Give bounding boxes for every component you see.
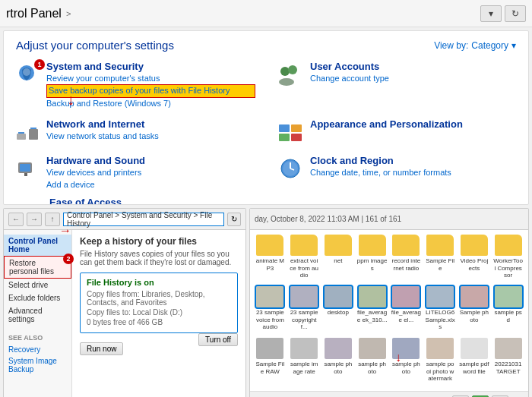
list-item[interactable]: Video Projects (459, 235, 490, 283)
fh-main: Keep a history of your files File Histor… (72, 230, 245, 397)
list-item[interactable]: extract voice from audio (289, 235, 320, 283)
fh-sidebar-exclude[interactable]: Exclude folders (4, 291, 71, 304)
list-item[interactable]: ppm images (356, 235, 388, 283)
folder-icon (495, 235, 522, 256)
list-item[interactable]: net (323, 235, 354, 283)
svg-point-1 (23, 68, 30, 76)
fh-back-btn[interactable]: ← (8, 213, 24, 226)
ease-access-heading[interactable]: Ease of Access (49, 197, 122, 205)
fh-address-bar[interactable]: Control Panel > System and Security > Fi… (63, 213, 224, 226)
file-history-panel: ← → ↑ Control Panel > System and Securit… (3, 208, 246, 397)
file-label: Video Projects (459, 257, 489, 272)
list-item[interactable]: Sample File RAW (255, 338, 286, 386)
list-item[interactable]: 23 sample copyright f... (289, 286, 320, 335)
image-icon (325, 338, 352, 359)
cp-item-user-accounts: User Accounts Change account type (274, 58, 522, 112)
file-label: WorkerTool Compressor (493, 257, 524, 279)
list-item[interactable]: sample image rate (289, 338, 320, 386)
fh-recovery-link[interactable]: Recovery (4, 344, 71, 355)
fh-see-also-label: See also (4, 332, 71, 344)
viewby-chevron[interactable]: ▾ (511, 40, 516, 51)
list-item[interactable]: sample photo (391, 338, 422, 386)
list-item[interactable]: file_average ek_310... (356, 286, 388, 335)
file-label: sample photo (391, 361, 421, 375)
fh-turnoff-btn[interactable]: Turn off (198, 333, 238, 346)
fh-system-image-link[interactable]: System Image Backup (4, 355, 71, 375)
svg-point-2 (280, 67, 290, 76)
image-icon (359, 286, 386, 307)
viewby-value[interactable]: Category (471, 40, 508, 51)
file-label: sample photo (357, 361, 388, 375)
list-item[interactable]: sample pdf word file (459, 338, 490, 386)
file-label: desktop (328, 309, 349, 317)
clock-link-0[interactable]: Change date, time, or number formats (310, 167, 519, 178)
svg-rect-7 (18, 132, 24, 134)
clock-text: Clock and Region Change date, time, or n… (310, 155, 519, 178)
list-item[interactable]: LITELOG6 Sample.xlxs (425, 286, 456, 335)
fh-sidebar-drives[interactable]: Select drive (4, 279, 71, 291)
fh-status-on: File History is on (87, 278, 231, 287)
file-label: sample psd (493, 309, 524, 323)
list-item[interactable]: file_average el... (391, 286, 422, 335)
fh-sidebar-restore[interactable]: Restore personal files 2 (4, 256, 71, 279)
fh-sidebar-home[interactable]: Control Panel Home (4, 235, 71, 256)
list-item[interactable]: Sample File (425, 235, 456, 283)
list-item[interactable]: 20221031 TARGET (492, 338, 524, 386)
system-security-heading[interactable]: System and Security (46, 61, 255, 72)
cp-item-hardware: Hardware and Sound View devices and prin… (10, 152, 258, 194)
list-item[interactable]: animate MP3 (255, 235, 286, 283)
fh-sidebar-advanced[interactable]: Advanced settings (4, 304, 71, 326)
hardware-link-1[interactable]: Add a device (46, 179, 255, 191)
image-icon (290, 338, 318, 359)
file-label: record internet radio (391, 257, 421, 272)
appearance-heading[interactable]: Appearance and Personalization (310, 118, 519, 130)
fh-run-btn[interactable]: Run now (80, 342, 123, 355)
svg-rect-14 (20, 164, 30, 172)
clock-heading[interactable]: Clock and Region (310, 155, 519, 166)
file-label: sample photo (323, 361, 353, 375)
system-security-link-1[interactable]: Save backup copies of your files with Fi… (46, 84, 255, 97)
list-item[interactable]: 23 sample voice from audio (255, 286, 286, 335)
fh-refresh-btn[interactable]: ↻ (227, 213, 241, 226)
system-security-link-0[interactable]: Review your computer's status (46, 73, 255, 84)
list-item[interactable]: Sample photo (459, 286, 490, 335)
file-label: 23 sample voice from audio (255, 309, 285, 331)
network-heading[interactable]: Network and Internet (46, 118, 255, 130)
user-accounts-link-0[interactable]: Change account type (310, 73, 519, 84)
fh-forward-btn[interactable]: → (27, 213, 42, 226)
system-security-text: System and Security Review your computer… (46, 61, 255, 109)
list-item[interactable]: sample psd (492, 286, 524, 335)
fh-up-btn[interactable]: ↑ (45, 213, 60, 226)
network-text: Network and Internet View network status… (46, 118, 255, 142)
user-accounts-heading[interactable]: User Accounts (310, 61, 519, 72)
svg-rect-10 (291, 124, 302, 132)
file-label: file_average ek_310... (357, 309, 388, 323)
hardware-link-0[interactable]: View devices and printers (46, 167, 255, 178)
refresh-btn[interactable]: ↻ (505, 5, 526, 22)
file-label: LITELOG6 Sample.xlxs (425, 309, 455, 331)
svg-rect-9 (279, 124, 290, 132)
fb-date-info: day, October 8, 2022 11:03 AM | 161 of 1… (255, 215, 401, 223)
user-accounts-icon (277, 61, 304, 88)
list-item[interactable]: record internet radio (391, 235, 422, 283)
fh-topbar: ← → ↑ Control Panel > System and Securit… (4, 209, 245, 230)
list-item[interactable]: sample photo (356, 338, 388, 386)
image-icon (290, 286, 318, 307)
cp-title: Adjust your computer's settings (16, 39, 174, 52)
list-item[interactable]: sample photo (323, 338, 354, 386)
hardware-heading[interactable]: Hardware and Sound (46, 155, 255, 166)
dropdown-btn[interactable]: ▾ (480, 5, 502, 22)
system-security-link-2[interactable]: Backup and Restore (Windows 7) (46, 98, 255, 109)
network-link-0[interactable]: View network status and tasks (46, 131, 255, 142)
list-item[interactable]: sample pool photo watermark (425, 338, 456, 386)
list-item[interactable]: desktop (323, 286, 354, 335)
image-icon (426, 286, 454, 307)
viewby-label: View by: (434, 40, 468, 51)
fh-sidebar: Control Panel Home Restore personal file… (4, 230, 72, 397)
fh-copy-to-row: Copy files to: Local Disk (D:) (87, 308, 231, 317)
list-item[interactable]: WorkerTool Compressor (492, 235, 524, 283)
fh-sidebar-main: Control Panel Home Restore personal file… (4, 230, 245, 397)
image-icon (359, 338, 386, 359)
fh-status-box: File History is on Copy files from: Libr… (80, 273, 238, 333)
panel-title: rtrol Panel (6, 7, 62, 20)
